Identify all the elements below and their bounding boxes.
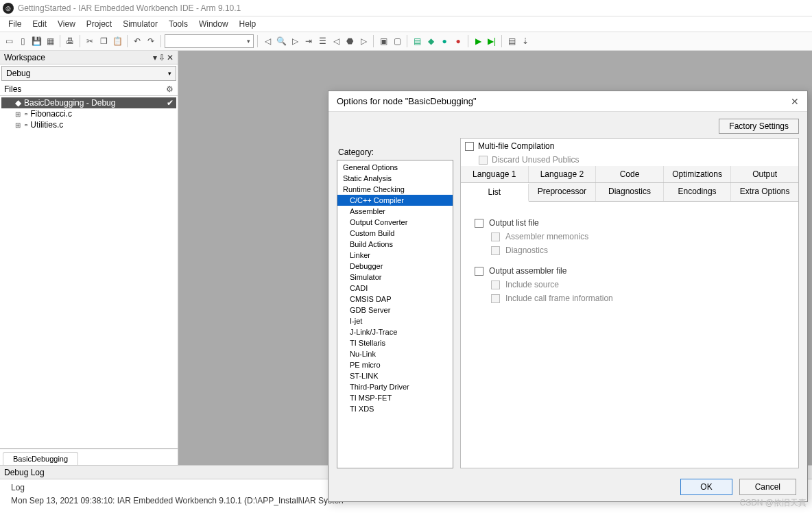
menu-simulator[interactable]: Simulator — [117, 18, 163, 30]
category-item[interactable]: General Options — [337, 162, 453, 173]
tab-language-1[interactable]: Language 1 — [461, 166, 529, 182]
window-title: GettingStarted - IAR Embedded Workbench … — [18, 3, 241, 13]
tab-preprocessor[interactable]: Preprocessor — [529, 183, 597, 201]
category-item[interactable]: PE micro — [337, 359, 453, 370]
category-item[interactable]: GDB Server — [337, 305, 453, 315]
workspace-tab[interactable]: BasicDebugging — [3, 452, 78, 465]
panel-pin-icon[interactable]: ⇩ — [158, 53, 165, 62]
build-icon[interactable]: ▤ — [411, 35, 423, 47]
menu-help[interactable]: Help — [234, 18, 262, 30]
output-list-checkbox[interactable] — [475, 219, 483, 228]
run-to-icon[interactable]: ▶| — [486, 35, 498, 47]
cut-icon[interactable]: ✂ — [84, 35, 96, 47]
category-item[interactable]: TI MSP-FET — [337, 392, 453, 403]
file-node[interactable]: ⊞ ▫ Utilities.c — [1, 119, 176, 130]
category-item[interactable]: Custom Build — [337, 228, 453, 239]
new-icon[interactable]: ▭ — [3, 35, 15, 47]
menu-view[interactable]: View — [52, 18, 81, 30]
copy-icon[interactable]: ❐ — [97, 35, 110, 47]
category-item[interactable]: Build Actions — [337, 239, 453, 250]
category-item[interactable]: Static Analysis — [337, 173, 453, 184]
project-node[interactable]: ▣ ◆ BasicDebugging - Debug ✔ — [1, 97, 176, 108]
tab-language-2[interactable]: Language 2 — [529, 166, 597, 182]
open-icon[interactable]: ▯ — [16, 35, 29, 47]
category-item[interactable]: ST-LINK — [337, 370, 453, 381]
tab-extra-options[interactable]: Extra Options — [731, 183, 798, 201]
run-icon[interactable]: ▶ — [472, 35, 484, 47]
nav-prev-icon[interactable]: ◁ — [330, 35, 342, 47]
tabs-row-2: ListPreprocessorDiagnosticsEncodingsExtr… — [461, 183, 798, 202]
close-icon[interactable]: ✕ — [791, 96, 799, 107]
toggle-icon[interactable]: ▣ — [377, 35, 390, 47]
tab-list[interactable]: List — [461, 184, 529, 202]
category-item[interactable]: Third-Party Driver — [337, 381, 453, 392]
category-item[interactable]: Linker — [337, 250, 453, 261]
panel-dropdown-icon[interactable]: ▾ — [153, 53, 157, 62]
dialog-titlebar: Options for node "BasicDebugging" ✕ — [329, 91, 807, 112]
menu-edit[interactable]: Edit — [27, 18, 52, 30]
gear-icon[interactable]: ⚙ — [166, 84, 174, 94]
category-item[interactable]: TI XDS — [337, 403, 453, 414]
debug-icon[interactable]: ▤ — [505, 35, 518, 47]
category-item[interactable]: TI Stellaris — [337, 337, 453, 348]
panel-close-icon[interactable]: ✕ — [167, 53, 174, 62]
ok-button[interactable]: OK — [680, 479, 732, 495]
attach-icon[interactable]: ⇣ — [519, 35, 532, 47]
toolbar: ▭ ▯ 💾 ▦ 🖶 ✂ ❐ 📋 ↶ ↷ ◁ 🔍 ▷ ⇥ ☰ ◁ ⬣ ▷ ▣ ▢ … — [0, 32, 812, 51]
cancel-button[interactable]: Cancel — [739, 479, 796, 495]
category-item[interactable]: J-Link/J-Trace — [337, 326, 453, 337]
factory-settings-button[interactable]: Factory Settings — [719, 119, 799, 134]
make-icon[interactable]: ● — [438, 35, 451, 47]
expander-icon[interactable]: ⊞ — [14, 121, 22, 129]
tab-output[interactable]: Output — [731, 166, 798, 182]
tab-optimizations[interactable]: Optimizations — [664, 166, 732, 182]
project-tree[interactable]: ▣ ◆ BasicDebugging - Debug ✔ ⊞ ▫ Fibonac… — [0, 96, 178, 449]
bookmark-next-icon[interactable]: ⇥ — [302, 35, 315, 47]
file-node[interactable]: ⊞ ▫ Fibonacci.c — [1, 108, 176, 119]
saveall-icon[interactable]: ▦ — [44, 35, 56, 47]
category-list[interactable]: General OptionsStatic AnalysisRuntime Ch… — [337, 160, 453, 468]
files-header: Files ⚙ — [0, 82, 178, 96]
save-icon[interactable]: 💾 — [30, 35, 43, 47]
stop-build-icon[interactable]: ● — [452, 35, 464, 47]
category-item[interactable]: Simulator — [337, 272, 453, 283]
tab-diagnostics[interactable]: Diagnostics — [596, 183, 664, 201]
category-item[interactable]: CMSIS DAP — [337, 294, 453, 305]
nav-fwd-icon[interactable]: ▷ — [289, 35, 301, 47]
multifile-checkbox[interactable] — [465, 142, 474, 151]
discard-publics-label: Discard Unused Publics — [492, 155, 579, 165]
shield-icon[interactable]: ⬣ — [344, 35, 356, 47]
menu-file[interactable]: File — [3, 18, 27, 30]
tab-encodings[interactable]: Encodings — [664, 183, 732, 201]
category-item[interactable]: Debugger — [337, 261, 453, 272]
tab-code[interactable]: Code — [596, 166, 664, 182]
print-icon[interactable]: 🖶 — [64, 35, 76, 47]
nav-back-icon[interactable]: ◁ — [261, 35, 274, 47]
nav-next-icon[interactable]: ▷ — [357, 35, 370, 47]
category-item[interactable]: CADI — [337, 283, 453, 294]
category-item[interactable]: Output Converter — [337, 217, 453, 228]
find-icon[interactable]: 🔍 — [275, 35, 287, 47]
bookmark-icon[interactable]: ☰ — [316, 35, 329, 47]
options-group: Multi-file Compilation Discard Unused Pu… — [460, 138, 799, 468]
menu-tools[interactable]: Tools — [163, 18, 193, 30]
compile-icon[interactable]: ◆ — [425, 35, 437, 47]
category-item[interactable]: C/C++ Compiler — [337, 195, 453, 206]
menu-window[interactable]: Window — [193, 18, 234, 30]
paste-icon[interactable]: 📋 — [111, 35, 123, 47]
expander-icon[interactable]: ⊞ — [14, 110, 22, 118]
category-item[interactable]: Assembler — [337, 206, 453, 217]
toggle2-icon[interactable]: ▢ — [391, 35, 403, 47]
find-combo[interactable] — [165, 34, 254, 48]
include-cfi-label: Include call frame information — [505, 294, 613, 303]
app-icon: ◎ — [3, 3, 14, 14]
menu-project[interactable]: Project — [81, 18, 117, 30]
undo-icon[interactable]: ↶ — [131, 35, 143, 47]
config-select[interactable]: Debug — [1, 66, 176, 81]
redo-icon[interactable]: ↷ — [145, 35, 157, 47]
category-item[interactable]: I-jet — [337, 315, 453, 326]
expander-icon[interactable]: ▣ — [4, 99, 12, 107]
category-item[interactable]: Nu-Link — [337, 348, 453, 359]
category-item[interactable]: Runtime Checking — [337, 184, 453, 195]
output-asm-checkbox[interactable] — [475, 267, 483, 276]
